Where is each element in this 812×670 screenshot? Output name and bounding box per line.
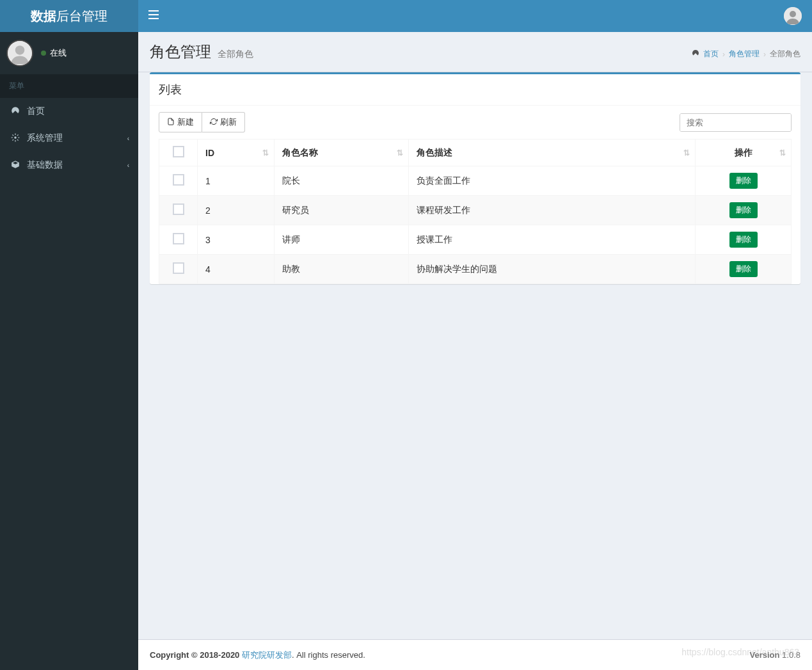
delete-button[interactable]: 删除 xyxy=(729,202,758,218)
page-subtitle: 全部角色 xyxy=(218,49,253,60)
menu-header: 菜单 xyxy=(0,74,138,98)
new-button[interactable]: 新建 xyxy=(159,112,202,132)
page-title: 角色管理 xyxy=(150,42,211,62)
version-label: Version xyxy=(749,650,779,660)
breadcrumb-sep: › xyxy=(722,50,725,59)
row-checkbox[interactable] xyxy=(173,262,184,274)
row-name: 讲师 xyxy=(275,225,409,255)
delete-button[interactable]: 删除 xyxy=(729,261,758,277)
svg-point-2 xyxy=(14,136,17,139)
row-checkbox[interactable] xyxy=(173,174,184,186)
copyright-prefix: Copyright © 2018-2020 xyxy=(150,650,242,660)
breadcrumb: 首页 › 角色管理 › 全部角色 xyxy=(692,49,800,60)
refresh-button-label: 刷新 xyxy=(220,116,237,128)
sidebar-item-basedata[interactable]: 基础数据 ‹ xyxy=(0,152,138,179)
header-desc[interactable]: 角色描述 ⇅ xyxy=(409,140,696,166)
row-checkbox-cell xyxy=(159,196,198,225)
chevron-left-icon: ‹ xyxy=(127,135,129,142)
select-all-checkbox[interactable] xyxy=(173,146,184,157)
svg-point-7 xyxy=(790,11,796,17)
page-title-group: 角色管理 全部角色 xyxy=(150,42,253,62)
sidebar-item-label: 基础数据 xyxy=(27,159,63,171)
brand-logo[interactable]: 数据后台管理 xyxy=(0,0,138,32)
header-checkbox-cell xyxy=(159,140,198,166)
row-desc: 课程研发工作 xyxy=(409,196,696,225)
breadcrumb-home[interactable]: 首页 xyxy=(703,49,719,60)
delete-button[interactable]: 删除 xyxy=(729,173,758,189)
version-value: 1.0.8 xyxy=(782,650,800,660)
search-input[interactable] xyxy=(680,114,792,131)
user-avatar[interactable] xyxy=(6,40,33,67)
box-title: 列表 xyxy=(150,74,800,106)
sidebar: 数据后台管理 在线 菜单 首页 系统管理 ‹ 基础数据 ‹ xyxy=(0,0,138,670)
header-action: 操作 ⇅ xyxy=(696,140,792,166)
row-action: 删除 xyxy=(696,255,792,284)
svg-rect-4 xyxy=(148,14,159,15)
svg-rect-5 xyxy=(148,18,159,19)
user-panel: 在线 xyxy=(0,32,138,74)
row-action: 删除 xyxy=(696,166,792,196)
delete-button[interactable]: 删除 xyxy=(729,232,758,248)
row-checkbox[interactable] xyxy=(173,233,184,244)
chevron-left-icon: ‹ xyxy=(127,162,129,169)
footer: Copyright © 2018-2020 研究院研发部. All rights… xyxy=(138,639,812,670)
row-id: 4 xyxy=(198,255,275,284)
file-icon xyxy=(167,118,175,127)
svg-rect-3 xyxy=(148,10,159,12)
row-id: 3 xyxy=(198,225,275,255)
content-header: 角色管理 全部角色 首页 › 角色管理 › 全部角色 xyxy=(138,32,812,72)
row-name: 助教 xyxy=(275,255,409,284)
brand-rest: 后台管理 xyxy=(56,9,107,23)
cube-icon xyxy=(9,160,22,171)
table-row: 3讲师授课工作删除 xyxy=(159,225,792,255)
sidebar-item-label: 首页 xyxy=(27,106,45,117)
footer-right: Version 1.0.8 xyxy=(749,650,800,660)
row-checkbox-cell xyxy=(159,225,198,255)
svg-point-1 xyxy=(15,45,24,54)
row-checkbox-cell xyxy=(159,166,198,196)
table-row: 1院长负责全面工作删除 xyxy=(159,166,792,196)
top-header xyxy=(138,0,812,32)
footer-org-link[interactable]: 研究院研发部 xyxy=(242,650,292,660)
refresh-icon xyxy=(210,118,218,127)
sidebar-item-label: 系统管理 xyxy=(27,132,63,144)
sidebar-item-home[interactable]: 首页 xyxy=(0,98,138,125)
breadcrumb-current: 全部角色 xyxy=(770,49,800,60)
row-id: 1 xyxy=(198,166,275,196)
cogs-icon xyxy=(9,133,22,144)
table-row: 2研究员课程研发工作删除 xyxy=(159,196,792,225)
row-desc: 授课工作 xyxy=(409,225,696,255)
row-id: 2 xyxy=(198,196,275,225)
sort-icon: ⇅ xyxy=(779,148,786,157)
row-action: 删除 xyxy=(696,196,792,225)
breadcrumb-sep: › xyxy=(763,50,766,59)
sort-icon: ⇅ xyxy=(262,148,269,157)
sort-icon: ⇅ xyxy=(683,148,690,157)
search-group xyxy=(680,113,792,132)
dashboard-icon xyxy=(9,106,22,117)
header-name[interactable]: 角色名称 ⇅ xyxy=(275,140,409,166)
dashboard-icon xyxy=(692,49,699,59)
header-id[interactable]: ID ⇅ xyxy=(198,140,275,166)
button-group: 新建 刷新 xyxy=(159,112,245,132)
user-status: 在线 xyxy=(41,47,67,59)
footer-left: Copyright © 2018-2020 研究院研发部. All rights… xyxy=(150,650,365,661)
row-name: 院长 xyxy=(275,166,409,196)
sort-icon: ⇅ xyxy=(397,148,403,157)
refresh-button[interactable]: 刷新 xyxy=(202,112,245,132)
box-toolbar: 新建 刷新 xyxy=(150,106,800,139)
row-checkbox[interactable] xyxy=(173,203,184,215)
breadcrumb-role[interactable]: 角色管理 xyxy=(729,49,760,60)
header-avatar[interactable] xyxy=(784,7,802,25)
online-dot-icon xyxy=(41,51,46,56)
new-button-label: 新建 xyxy=(177,116,194,128)
row-desc: 协助解决学生的问题 xyxy=(409,255,696,284)
status-text: 在线 xyxy=(50,48,67,58)
row-desc: 负责全面工作 xyxy=(409,166,696,196)
hamburger-icon[interactable] xyxy=(148,10,159,22)
row-checkbox-cell xyxy=(159,255,198,284)
brand-bold: 数据 xyxy=(31,9,56,23)
row-action: 删除 xyxy=(696,225,792,255)
sidebar-item-system[interactable]: 系统管理 ‹ xyxy=(0,125,138,152)
footer-rights: . All rights reserved. xyxy=(292,650,365,660)
